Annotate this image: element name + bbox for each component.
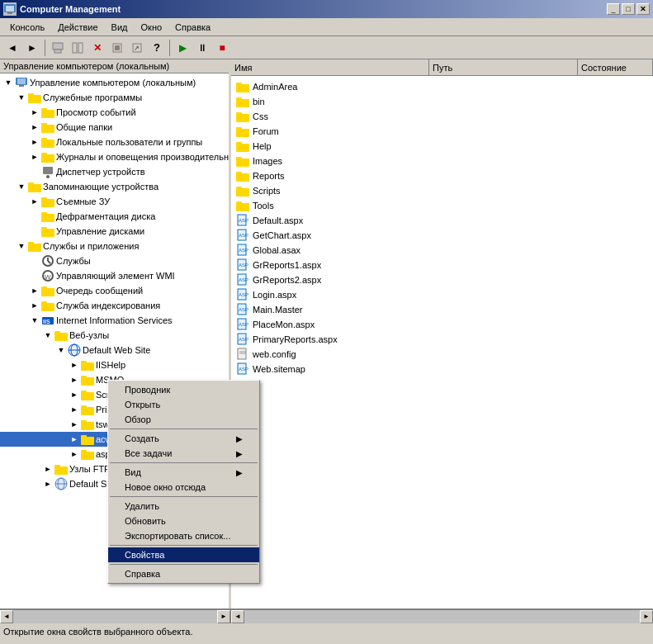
menu-view[interactable]: Вид — [105, 18, 135, 36]
up-button[interactable] — [49, 39, 67, 57]
col-path-header[interactable]: Путь — [429, 59, 578, 75]
file-item[interactable]: AdminArea — [234, 79, 650, 94]
expand-storage[interactable]: ▼ — [15, 180, 28, 193]
file-item[interactable]: Tools — [234, 198, 650, 213]
file-item[interactable]: ASP Login.aspx — [234, 287, 650, 302]
tree-item-wmi[interactable]: ► W Управляющий элемент WMI — [0, 268, 229, 283]
file-item[interactable]: Scripts — [234, 183, 650, 198]
file-item[interactable]: Reports — [234, 168, 650, 183]
tree-item-defrag[interactable]: ► Дефрагментация диска — [0, 209, 229, 224]
window-controls[interactable]: _ □ ✕ — [607, 3, 650, 15]
file-item[interactable]: web.config — [234, 347, 650, 362]
tree-item-system[interactable]: ▼ Служебные программы — [0, 90, 229, 105]
tree-item-iis[interactable]: ▼ IIS Internet Information Services — [0, 313, 229, 328]
tree-item-svcapp[interactable]: ▼ Службы и приложения — [0, 239, 229, 253]
close-button[interactable]: ✕ — [636, 3, 650, 15]
run-button[interactable]: ▶ — [173, 39, 192, 57]
expand-smtp[interactable]: ► — [41, 477, 54, 490]
ctx-properties[interactable]: Свойства — [108, 547, 259, 562]
show-tree-button[interactable] — [69, 39, 87, 57]
expand-msgqueue[interactable]: ► — [28, 284, 41, 297]
ctx-delete[interactable]: Удалить — [108, 499, 259, 514]
ctx-help[interactable]: Справка — [108, 566, 259, 581]
pause-button[interactable]: ⏸ — [193, 39, 211, 57]
tree-item-users[interactable]: ► Локальные пользователи и группы — [0, 135, 229, 149]
file-item[interactable]: Images — [234, 154, 650, 168]
expand-system[interactable]: ▼ — [15, 91, 28, 104]
col-name-header[interactable]: Имя — [231, 59, 429, 75]
ctx-open[interactable]: Открыть — [108, 397, 259, 412]
menu-window[interactable]: Окно — [135, 18, 169, 36]
tree-item-event[interactable]: ► Просмотр событий — [0, 105, 229, 120]
file-item[interactable]: ASP Default.aspx — [234, 213, 650, 228]
col-status-header[interactable]: Состояние — [578, 59, 653, 75]
expand-asp[interactable]: ► — [68, 447, 81, 461]
file-item[interactable]: ASP Main.Master — [234, 302, 650, 317]
delete-button[interactable]: ✕ — [88, 39, 106, 57]
expand-indexing[interactable]: ► — [28, 299, 41, 312]
minimize-button[interactable]: _ — [607, 3, 620, 15]
scroll-left-button-2[interactable]: ◄ — [231, 610, 244, 623]
expand-users[interactable]: ► — [28, 135, 41, 149]
tree-item-services[interactable]: ► Службы — [0, 253, 229, 268]
tree-item-disk[interactable]: ► Управление дисками — [0, 224, 229, 239]
tree-item-shared[interactable]: ► Общие папки — [0, 120, 229, 135]
tree-item-websites[interactable]: ▼ Веб-узлы — [0, 328, 229, 343]
file-item[interactable]: Css — [234, 109, 650, 124]
tree-item-iishelp[interactable]: ► IISHelp — [0, 358, 229, 372]
expand-tsweb[interactable]: ► — [68, 418, 81, 431]
ctx-explorer[interactable]: Проводник — [108, 382, 259, 397]
expand-perf[interactable]: ► — [28, 150, 41, 163]
ctx-all-tasks[interactable]: Все задачи ▶ — [108, 446, 259, 461]
expand-svcapp[interactable]: ▼ — [15, 239, 28, 253]
ctx-export[interactable]: Экспортировать список... — [108, 528, 259, 543]
expand-websites[interactable]: ▼ — [41, 329, 54, 342]
scroll-right-button-2[interactable]: ► — [640, 610, 653, 623]
file-item[interactable]: bin — [234, 94, 650, 109]
expand-iishelp[interactable]: ► — [68, 358, 81, 372]
ctx-view[interactable]: Вид ▶ — [108, 465, 259, 480]
tree-item-defaultsite[interactable]: ▼ Default Web Site — [0, 343, 229, 358]
file-item[interactable]: ASP GetChart.aspx — [234, 228, 650, 243]
expand-shared[interactable]: ► — [28, 121, 41, 134]
tree-item-msgqueue[interactable]: ► Очередь сообщений — [0, 283, 229, 298]
expand-defaultsite[interactable]: ▼ — [54, 343, 68, 357]
expand-root[interactable]: ▼ — [2, 76, 15, 89]
scroll-right-button[interactable]: ► — [217, 610, 230, 623]
stop-button[interactable]: ■ — [213, 39, 231, 57]
file-item[interactable]: ASP Global.asax — [234, 243, 650, 258]
file-item[interactable]: ASP PrimaryReports.aspx — [234, 332, 650, 347]
tree-item-indexing[interactable]: ► Служба индексирования — [0, 298, 229, 313]
expand-removable[interactable]: ► — [28, 195, 41, 208]
file-item[interactable]: ASP GrReports2.aspx — [234, 272, 650, 287]
expand-printers[interactable]: ► — [68, 403, 81, 416]
tree-item-perf[interactable]: ► Журналы и оповещения производительно..… — [0, 149, 229, 164]
tree-item-root[interactable]: ▼ Управление компьютером (локальным) — [0, 75, 229, 90]
scroll-left-button[interactable]: ◄ — [0, 610, 13, 623]
horizontal-scrollbar[interactable]: ◄ ► ◄ ► — [0, 609, 653, 623]
tree-item-removable[interactable]: ► Съемные ЗУ — [0, 194, 229, 209]
scroll-track-right[interactable] — [244, 610, 640, 623]
menu-console[interactable]: Консоль — [3, 18, 51, 36]
file-item[interactable]: ASP GrReports1.aspx — [234, 258, 650, 272]
properties-button[interactable] — [108, 39, 126, 57]
expand-ftp[interactable]: ► — [41, 462, 54, 476]
file-item[interactable]: ASP Web.sitemap — [234, 362, 650, 376]
maximize-button[interactable]: □ — [622, 3, 635, 15]
ctx-new-window[interactable]: Новое окно отсюда — [108, 480, 259, 495]
expand-scripts[interactable]: ► — [68, 388, 81, 401]
expand-iis[interactable]: ▼ — [28, 314, 41, 327]
menu-help[interactable]: Справка — [168, 18, 217, 36]
expand-msmq[interactable]: ► — [68, 373, 81, 386]
ctx-create[interactable]: Создать ▶ — [108, 431, 259, 446]
tree-item-devmgr[interactable]: ► Диспетчер устройств — [0, 164, 229, 179]
back-button[interactable]: ◄ — [3, 39, 21, 57]
file-item[interactable]: ASP PlaceMon.aspx — [234, 317, 650, 332]
file-item[interactable]: Forum — [234, 124, 650, 139]
tree-item-storage[interactable]: ▼ Запоминающие устройства — [0, 179, 229, 194]
scroll-track-left[interactable] — [13, 610, 217, 623]
ctx-refresh[interactable]: Обновить — [108, 514, 259, 528]
export-button[interactable]: ↗ — [128, 39, 146, 57]
file-item[interactable]: Help — [234, 139, 650, 154]
ctx-browse[interactable]: Обзор — [108, 412, 259, 427]
